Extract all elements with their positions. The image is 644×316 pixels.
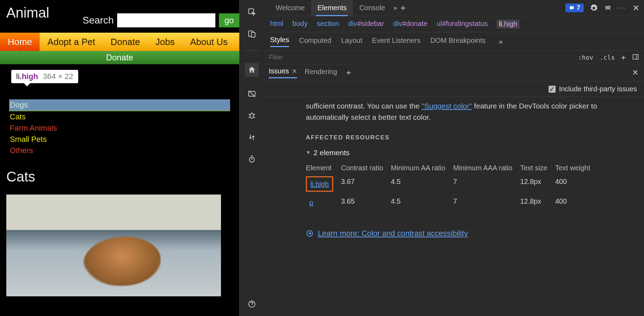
help-icon[interactable] (247, 299, 257, 309)
feedback-icon[interactable] (604, 4, 612, 12)
inspect-icon[interactable] (247, 7, 257, 17)
disclosure-triangle-icon: ▼ (306, 149, 311, 156)
tab-welcome[interactable]: Welcome (269, 0, 311, 16)
subtab-styles[interactable]: Styles (270, 36, 289, 47)
breadcrumb[interactable]: ul#fundingstatus (437, 20, 488, 28)
toggle-sidebar-icon[interactable] (632, 53, 639, 62)
cat-photo (6, 195, 221, 296)
new-style-icon[interactable]: + (621, 53, 626, 62)
close-tab-icon[interactable]: ✕ (292, 67, 297, 75)
nav-adopt[interactable]: Adopt a Pet (40, 33, 103, 51)
include-thirdparty-checkbox[interactable]: ✓ (549, 86, 556, 93)
col-weight: Text weight (555, 162, 598, 174)
cls-toggle[interactable]: .cls (599, 54, 615, 61)
breadcrumb[interactable]: li.high (497, 20, 519, 28)
home-icon[interactable] (245, 63, 259, 77)
subtab-dombreakpoints[interactable]: DOM Breakpoints (430, 37, 486, 47)
breadcrumb[interactable]: div#donate (393, 20, 428, 28)
transfer-icon[interactable] (247, 132, 257, 142)
subtab-computed[interactable]: Computed (299, 37, 331, 47)
svg-point-7 (606, 6, 608, 8)
element-link[interactable]: li.high (310, 180, 329, 188)
element-link[interactable]: p (309, 199, 313, 206)
drawer-tab-issues[interactable]: Issues ✕ (269, 67, 297, 78)
hov-toggle[interactable]: :hov (578, 54, 593, 61)
breadcrumb[interactable]: body (293, 20, 308, 28)
breadcrumb[interactable]: html (270, 20, 283, 28)
search-row: Search go (82, 13, 239, 27)
list-item[interactable]: Others (9, 145, 230, 156)
svg-point-8 (608, 6, 610, 8)
bug-icon[interactable] (247, 111, 257, 120)
nav-donate[interactable]: Donate (103, 33, 148, 51)
suggest-color-link[interactable]: "Suggest color" (422, 102, 472, 110)
element-hover-tooltip: li.high 364 × 22 (11, 70, 78, 83)
col-element: Element (306, 162, 341, 174)
affected-resources-heading: AFFECTED RESOURCES (306, 133, 636, 142)
issue-paragraph: sufficient contrast. You can use the "Su… (306, 100, 636, 123)
search-go-button[interactable]: go (219, 13, 239, 27)
image-off-icon[interactable] (247, 89, 257, 99)
devtools-top-tabs: Welcome Elements Console » + 7 ··· ✕ (264, 0, 644, 16)
drawer-tabs: Issues ✕ Rendering + ✕ (264, 64, 644, 81)
close-drawer-icon[interactable]: ✕ (631, 69, 639, 77)
more-tabs-icon[interactable]: » (391, 4, 399, 12)
device-icon[interactable] (247, 29, 257, 39)
add-drawer-tab-icon[interactable]: + (345, 69, 353, 77)
list-item[interactable]: Small Pets (9, 134, 230, 145)
col-aa: Minimum AA ratio (391, 162, 453, 174)
nav-jobs[interactable]: Jobs (148, 33, 182, 51)
include-thirdparty-label: Include third-party issues (559, 85, 637, 93)
col-contrast: Contrast ratio (341, 162, 391, 174)
drawer-tab-rendering[interactable]: Rendering (305, 68, 337, 78)
nav-about[interactable]: About Us (182, 33, 235, 51)
devtools-side-strip (239, 0, 264, 316)
list-item[interactable]: Cats (9, 111, 230, 123)
gear-icon[interactable] (590, 4, 598, 12)
tab-console[interactable]: Console (353, 0, 391, 16)
col-aaa: Minimum AAA ratio (453, 162, 520, 174)
col-size: Text size (520, 162, 555, 174)
tooltip-selector: li.high (16, 72, 38, 81)
tab-elements[interactable]: Elements (311, 0, 353, 16)
subtab-eventlisteners[interactable]: Event Listeners (372, 37, 421, 47)
issues-count-badge[interactable]: 7 (565, 4, 584, 12)
more-icon[interactable]: ··· (618, 4, 626, 12)
svg-rect-9 (633, 54, 638, 59)
timer-icon[interactable] (247, 154, 257, 164)
affected-elements-table: Element Contrast ratio Minimum AA ratio … (306, 162, 598, 211)
tooltip-dimensions: 364 × 22 (43, 72, 73, 81)
nav-home[interactable]: Home (0, 33, 40, 51)
elements-count-toggle[interactable]: ▼ 2 elements (306, 147, 636, 158)
table-row: p 3.65 4.5 7 12.8px 400 (306, 194, 598, 211)
svg-point-4 (250, 113, 254, 118)
list-item[interactable]: Dogs (9, 99, 230, 111)
breadcrumb[interactable]: div#sidebar (348, 20, 384, 28)
styles-filter-input[interactable] (269, 54, 578, 61)
issue-detail: sufficient contrast. You can use the "Su… (264, 97, 644, 316)
include-thirdparty-row: ✓ Include third-party issues (264, 81, 644, 97)
funding-status-list: Dogs Cats Farm Animals Small Pets Others (9, 99, 230, 156)
page-preview: Animal Search go Home Adopt a Pet Donate… (0, 0, 239, 316)
section-heading: Cats (6, 169, 233, 185)
donate-bar[interactable]: Donate (0, 51, 239, 64)
styles-filter-row: :hov .cls + (264, 51, 644, 64)
close-icon[interactable]: ✕ (632, 4, 640, 12)
add-tab-icon[interactable]: + (399, 4, 407, 12)
breadcrumb[interactable]: section (317, 20, 339, 28)
search-input[interactable] (117, 13, 215, 27)
table-row: li.high 3.67 4.5 7 12.8px 400 (306, 174, 598, 194)
svg-rect-2 (251, 32, 255, 37)
dom-breadcrumbs: html body section div#sidebar div#donate… (264, 16, 644, 32)
search-label: Search (82, 15, 114, 26)
list-item[interactable]: Farm Animals (9, 123, 230, 134)
more-subtabs-icon[interactable]: » (497, 38, 505, 45)
styles-subtabs: Styles Computed Layout Event Listeners D… (264, 32, 644, 51)
devtools-panel: Welcome Elements Console » + 7 ··· ✕ htm… (264, 0, 644, 316)
main-nav: Home Adopt a Pet Donate Jobs About Us (0, 33, 239, 51)
learn-more-link[interactable]: Learn more: Color and contrast accessibi… (306, 228, 636, 239)
subtab-layout[interactable]: Layout (341, 37, 362, 47)
